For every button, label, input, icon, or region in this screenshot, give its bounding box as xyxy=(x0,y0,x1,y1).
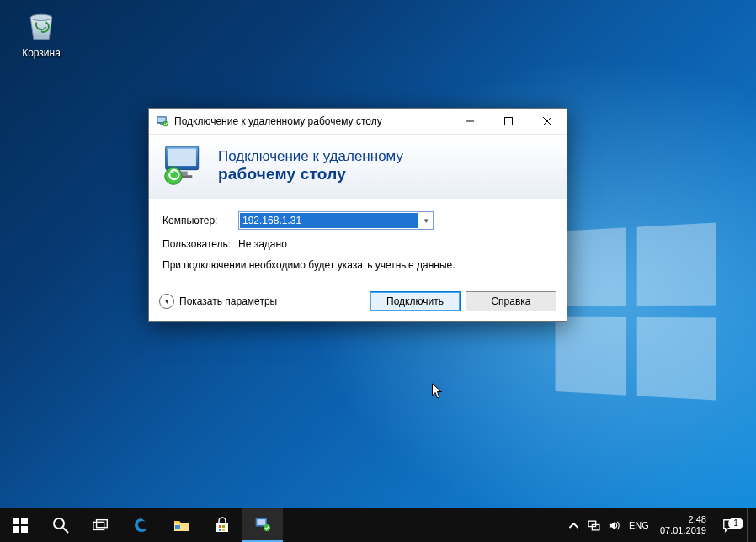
taskbar: ENG 2:48 07.01.2019 1 xyxy=(0,508,756,542)
svg-rect-25 xyxy=(257,519,265,525)
taskbar-store[interactable] xyxy=(202,508,242,542)
recycle-bin-desktop-icon[interactable]: Корзина xyxy=(10,7,72,59)
svg-rect-22 xyxy=(219,529,221,531)
rdp-header-icon xyxy=(162,145,206,187)
svg-rect-5 xyxy=(505,118,513,125)
task-view-button[interactable] xyxy=(81,508,121,542)
dialog-header: Подключение к удаленному рабочему столу xyxy=(149,135,567,199)
show-desktop-button[interactable] xyxy=(747,508,753,542)
user-label: Пользователь: xyxy=(162,238,238,250)
svg-rect-23 xyxy=(222,529,225,531)
titlebar[interactable]: Подключение к удаленному рабочему столу xyxy=(149,109,567,135)
computer-combobox[interactable]: 192.168.1.31 ▾ xyxy=(238,211,434,230)
system-tray: ENG 2:48 07.01.2019 1 xyxy=(564,508,756,542)
clock-time: 2:48 xyxy=(660,514,706,525)
svg-rect-21 xyxy=(222,525,225,528)
windows-start-icon xyxy=(12,517,29,534)
show-options-label: Показать параметры xyxy=(179,295,277,307)
mouse-cursor-icon xyxy=(431,383,444,402)
action-center-button[interactable]: 1 xyxy=(713,518,747,533)
start-button[interactable] xyxy=(0,508,40,542)
rdp-window: Подключение к удаленному рабочему столу xyxy=(148,108,567,322)
header-line2: рабочему столу xyxy=(218,165,403,183)
credentials-hint: При подключении необходимо будет указать… xyxy=(162,258,553,272)
svg-rect-16 xyxy=(93,522,104,529)
search-icon xyxy=(52,517,69,534)
maximize-button[interactable] xyxy=(489,109,528,134)
svg-point-0 xyxy=(30,14,52,20)
header-line1: Подключение к удаленному xyxy=(218,148,403,165)
window-title: Подключение к удаленному рабочему столу xyxy=(174,115,382,127)
svg-rect-19 xyxy=(175,525,180,529)
svg-rect-7 xyxy=(168,149,195,166)
rdp-app-icon xyxy=(254,516,271,533)
svg-rect-12 xyxy=(21,518,28,524)
chevron-down-icon[interactable]: ▾ xyxy=(419,216,433,225)
help-button[interactable]: Справка xyxy=(466,291,556,311)
tray-clock[interactable]: 2:48 07.01.2019 xyxy=(653,514,713,535)
recycle-bin-label: Корзина xyxy=(10,47,72,59)
svg-rect-11 xyxy=(13,518,19,524)
search-button[interactable] xyxy=(40,508,81,542)
taskbar-explorer[interactable] xyxy=(162,508,202,542)
user-value: Не задано xyxy=(238,238,287,250)
chevron-down-icon: ▾ xyxy=(159,294,174,309)
close-button[interactable] xyxy=(528,109,567,134)
minimize-button[interactable] xyxy=(450,109,489,134)
taskbar-rdp-running[interactable] xyxy=(242,508,283,542)
tray-network[interactable] xyxy=(584,519,604,532)
network-icon xyxy=(588,519,600,532)
notification-badge: 1 xyxy=(728,518,743,529)
recycle-bin-icon xyxy=(23,7,60,44)
svg-rect-20 xyxy=(219,525,221,528)
show-options-expander[interactable]: ▾ Показать параметры xyxy=(159,294,277,309)
svg-rect-14 xyxy=(21,526,28,533)
clock-date: 07.01.2019 xyxy=(660,525,706,536)
windows-logo-wallpaper xyxy=(556,223,716,401)
taskbar-edge[interactable] xyxy=(121,508,162,542)
svg-rect-13 xyxy=(13,526,19,533)
tray-language[interactable]: ENG xyxy=(625,520,653,530)
store-icon xyxy=(214,517,231,534)
connect-button[interactable]: Подключить xyxy=(370,291,461,311)
svg-rect-17 xyxy=(97,520,108,528)
desktop: Корзина Подключение к удаленному рабочем… xyxy=(0,0,756,542)
computer-value: 192.168.1.31 xyxy=(240,213,418,228)
edge-icon xyxy=(133,517,150,534)
tray-volume[interactable] xyxy=(604,519,625,532)
tray-chevron-up[interactable] xyxy=(564,519,584,532)
chevron-up-icon xyxy=(567,519,580,532)
folder-icon xyxy=(173,517,190,534)
svg-point-15 xyxy=(54,518,64,529)
volume-icon xyxy=(608,519,620,532)
task-view-icon xyxy=(93,517,109,534)
rdp-app-icon xyxy=(156,114,169,128)
computer-label: Компьютер: xyxy=(162,215,238,226)
